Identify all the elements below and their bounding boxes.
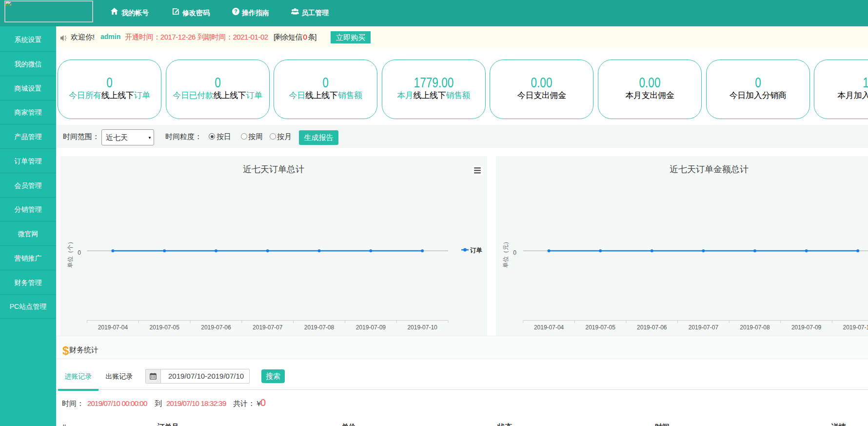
svg-text:2019-07-10: 2019-07-10 (843, 324, 868, 331)
svg-text:2019-07-06: 2019-07-06 (637, 324, 667, 331)
svg-text:2019-07-07: 2019-07-07 (689, 324, 719, 331)
svg-text:2019-07-05: 2019-07-05 (149, 324, 179, 331)
svg-text:2019-07-08: 2019-07-08 (304, 324, 335, 331)
svg-text:单位（个）: 单位（个） (67, 239, 74, 268)
svg-text:2019-07-09: 2019-07-09 (791, 324, 822, 331)
svg-text:2019-07-10: 2019-07-10 (407, 324, 437, 331)
svg-text:0: 0 (513, 249, 516, 256)
svg-text:2019-07-06: 2019-07-06 (201, 324, 231, 331)
svg-text:2019-07-09: 2019-07-09 (356, 324, 386, 331)
svg-text:?: ? (234, 8, 237, 14)
svg-text:单位（元）: 单位（元） (502, 239, 509, 268)
svg-text:0: 0 (78, 249, 81, 256)
svg-text:2019-07-05: 2019-07-05 (586, 324, 616, 331)
svg-text:2019-07-08: 2019-07-08 (740, 324, 770, 331)
svg-text:2019-07-04: 2019-07-04 (534, 324, 564, 331)
svg-text:近七天订单金额总计: 近七天订单金额总计 (670, 164, 749, 174)
svg-text:订单: 订单 (470, 247, 483, 254)
svg-text:2019-07-04: 2019-07-04 (98, 324, 128, 331)
svg-text:近七天订单总计: 近七天订单总计 (243, 164, 304, 174)
svg-text:2019-07-07: 2019-07-07 (253, 324, 283, 331)
